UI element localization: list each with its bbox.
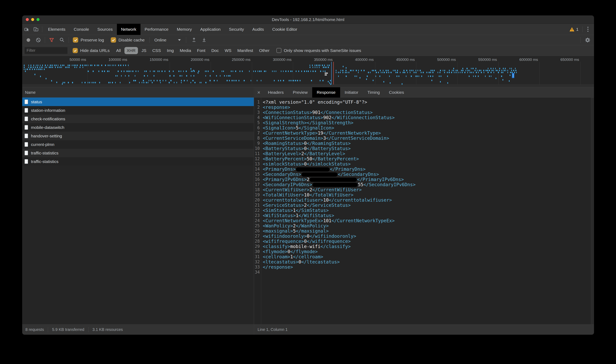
request-tick bbox=[220, 75, 220, 77]
request-tick bbox=[481, 72, 482, 73]
settings-gear-icon[interactable] bbox=[585, 37, 590, 43]
request-tick bbox=[108, 65, 109, 66]
import-har-icon[interactable] bbox=[191, 37, 197, 43]
type-filter-js[interactable]: JS bbox=[139, 47, 149, 54]
throttling-dropdown[interactable]: Online bbox=[154, 38, 181, 42]
detail-tab-headers[interactable]: Headers bbox=[263, 87, 288, 98]
xml-tag: </CurrentNetworkTypeEx> bbox=[331, 218, 395, 223]
request-tick bbox=[290, 71, 291, 72]
main-tab-elements[interactable]: Elements bbox=[44, 24, 70, 35]
hide-data-urls-checkbox[interactable]: Hide data URLs bbox=[73, 48, 110, 53]
close-detail-icon[interactable]: × bbox=[254, 87, 263, 98]
search-icon[interactable] bbox=[59, 37, 65, 43]
request-tick bbox=[510, 72, 511, 73]
request-tick bbox=[33, 65, 34, 66]
main-tab-cookie-editor[interactable]: Cookie Editor bbox=[268, 24, 301, 35]
type-filter-xhr[interactable]: XHR bbox=[124, 47, 138, 54]
request-tick bbox=[112, 65, 112, 66]
detail-tab-initiator[interactable]: Initiator bbox=[340, 87, 363, 98]
export-har-icon[interactable] bbox=[201, 37, 207, 43]
type-filter-all[interactable]: All bbox=[114, 47, 123, 54]
type-filter-doc[interactable]: Doc bbox=[209, 47, 221, 54]
request-row-handover-setting[interactable]: handover-setting bbox=[22, 132, 254, 140]
code-line: 24<CurrentNetworkTypeEx>101</CurrentNetw… bbox=[254, 218, 594, 223]
request-tick bbox=[76, 67, 77, 68]
record-network-log-button[interactable] bbox=[27, 38, 30, 42]
request-row-check-notifications[interactable]: check-notifications bbox=[22, 115, 254, 123]
request-tick bbox=[322, 65, 323, 66]
name-column-header[interactable]: Name bbox=[22, 87, 254, 98]
request-tick bbox=[505, 68, 506, 69]
request-row-status[interactable]: status bbox=[22, 98, 254, 106]
main-tab-application[interactable]: Application bbox=[196, 24, 225, 35]
xml-tag: </BatteryLevel> bbox=[304, 151, 345, 156]
request-tick bbox=[352, 70, 352, 71]
filter-toggle-icon[interactable] bbox=[49, 38, 54, 43]
type-filter-other[interactable]: Other bbox=[257, 47, 272, 54]
request-row-traffic-statistics[interactable]: traffic-statistics bbox=[22, 157, 254, 166]
line-number: 14 bbox=[254, 167, 261, 172]
request-tick bbox=[52, 67, 53, 68]
code-line: 11<BatteryLevel>2</BatteryLevel> bbox=[254, 151, 594, 156]
request-row-mobile-dataswitch[interactable]: mobile-dataswitch bbox=[22, 123, 254, 132]
main-tab-security[interactable]: Security bbox=[225, 24, 248, 35]
request-row-traffic-statistics[interactable]: traffic-statistics bbox=[22, 149, 254, 157]
main-tab-console[interactable]: Console bbox=[70, 24, 93, 35]
xml-tag: <TotalWifiUser> bbox=[263, 192, 304, 197]
type-filter-ws[interactable]: WS bbox=[222, 47, 234, 54]
type-filter-media[interactable]: Media bbox=[178, 47, 193, 54]
detail-tab-preview[interactable]: Preview bbox=[288, 87, 312, 98]
line-content: <CurrentNetworkType>19</CurrentNetworkTy… bbox=[261, 130, 381, 136]
timeline-scroll-strip[interactable] bbox=[22, 84, 594, 87]
request-tick bbox=[499, 70, 500, 71]
line-number: 11 bbox=[254, 151, 261, 156]
devtools-menu-icon[interactable] bbox=[584, 27, 592, 32]
device-toolbar-icon[interactable] bbox=[31, 25, 41, 34]
samesite-issues-checkbox[interactable]: Only show requests with SameSite issues bbox=[276, 48, 361, 53]
main-tab-performance[interactable]: Performance bbox=[140, 24, 173, 35]
request-row-station-information[interactable]: station-information bbox=[22, 106, 254, 115]
timeline-overview[interactable]: 50000 ms100000 ms150000 ms200000 ms25000… bbox=[22, 56, 594, 87]
code-line: 4<WifiConnectionStatus>902</WifiConnecti… bbox=[254, 115, 594, 120]
xml-value: 901 bbox=[312, 110, 320, 115]
request-row-current-plmn[interactable]: current-plmn bbox=[22, 140, 254, 149]
response-body-viewer[interactable]: 1<?xml version="1.0" encoding="UTF-8"?>2… bbox=[254, 98, 594, 324]
main-tab-memory[interactable]: Memory bbox=[173, 24, 196, 35]
preserve-log-checkbox[interactable]: Preserve log bbox=[73, 37, 104, 43]
request-tick bbox=[301, 71, 302, 72]
clear-network-log-button[interactable] bbox=[36, 38, 41, 43]
request-tick bbox=[304, 71, 305, 72]
type-filter-css[interactable]: CSS bbox=[150, 47, 163, 54]
code-line: 19<TotalWifiUser>10</TotalWifiUser> bbox=[254, 192, 594, 197]
disable-cache-checkbox[interactable]: Disable cache bbox=[111, 37, 145, 43]
detail-tab-cookies[interactable]: Cookies bbox=[384, 87, 409, 98]
issues-warning-badge[interactable]: 1 bbox=[567, 27, 581, 32]
request-tick bbox=[115, 75, 116, 77]
request-tick bbox=[368, 72, 369, 73]
timeline-tick-label: 200000 ms bbox=[191, 57, 209, 62]
request-tick bbox=[386, 70, 387, 71]
xml-tag: </WanPolicy> bbox=[296, 223, 329, 228]
main-tab-network[interactable]: Network bbox=[117, 24, 140, 35]
type-filter-img[interactable]: Img bbox=[164, 47, 176, 54]
detail-tab-response[interactable]: Response bbox=[312, 87, 340, 98]
detail-tab-timing[interactable]: Timing bbox=[363, 87, 384, 98]
main-tab-bar: ElementsConsoleSourcesNetworkPerformance… bbox=[22, 24, 594, 35]
type-filter-manifest[interactable]: Manifest bbox=[235, 47, 255, 54]
request-tick bbox=[201, 82, 201, 83]
main-tab-audits[interactable]: Audits bbox=[248, 24, 268, 35]
main-tab-sources[interactable]: Sources bbox=[93, 24, 117, 35]
request-tick bbox=[198, 72, 198, 74]
inspect-element-icon[interactable] bbox=[22, 25, 31, 34]
response-scrollbar[interactable] bbox=[591, 98, 594, 324]
request-tick bbox=[74, 67, 75, 68]
xml-tag: </BatteryStatus> bbox=[307, 146, 351, 151]
type-filter-font[interactable]: Font bbox=[195, 47, 208, 54]
line-content: <PrimaryDns></PrimaryDns> bbox=[261, 167, 366, 172]
request-tick bbox=[113, 65, 114, 66]
xml-tag: <response> bbox=[263, 105, 290, 110]
request-tick bbox=[24, 69, 24, 70]
request-tick bbox=[343, 66, 343, 67]
filter-input[interactable] bbox=[25, 47, 68, 54]
request-tick bbox=[473, 76, 474, 77]
